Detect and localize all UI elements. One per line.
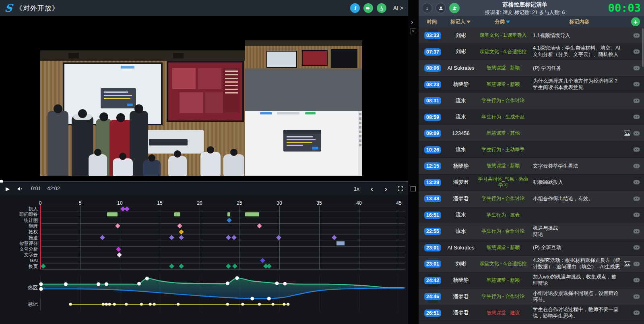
timeline-event[interactable] xyxy=(174,212,181,216)
comment-icon[interactable] xyxy=(633,147,640,152)
add-mark-button[interactable]: + xyxy=(631,17,640,26)
mark-row[interactable]: 08:59流水学生行为 - 生成作品 xyxy=(419,109,644,126)
time-badge[interactable]: 24:46 xyxy=(424,293,441,300)
ai-link[interactable]: AI > xyxy=(393,5,403,11)
time-badge[interactable]: 23:01 xyxy=(424,260,441,268)
time-badge[interactable]: 26:51 xyxy=(424,309,441,317)
timeline-event[interactable] xyxy=(336,241,341,245)
timeline-event[interactable] xyxy=(100,235,105,240)
comment-icon[interactable] xyxy=(633,212,640,217)
time-badge[interactable]: 24:42 xyxy=(424,277,441,284)
timeline-event[interactable] xyxy=(177,224,182,229)
timeline-event[interactable] xyxy=(124,206,130,212)
mark-row[interactable]: 08:31流水学生行为 - 合作讨论 xyxy=(419,93,644,109)
comment-icon[interactable] xyxy=(633,131,640,136)
mark-row[interactable]: 23:01刘彬课堂文化 - 4.合适把控4.2探究活动：根据材料选择正反方（统计… xyxy=(419,256,644,272)
close-icon[interactable]: ✕ xyxy=(410,28,416,34)
playhead[interactable] xyxy=(40,205,41,269)
timeline-event[interactable] xyxy=(276,235,281,240)
category-filter-icon[interactable] xyxy=(506,21,510,23)
time-badge[interactable]: 07:37 xyxy=(424,48,441,56)
timeline-event[interactable] xyxy=(245,212,260,216)
fullscreen-icon[interactable] xyxy=(398,186,403,191)
play-button[interactable]: ▶ xyxy=(6,186,10,192)
comment-icon[interactable] xyxy=(633,164,640,168)
timeline-event[interactable] xyxy=(117,252,122,258)
timeline-event[interactable] xyxy=(179,235,184,240)
timeline-event[interactable] xyxy=(227,218,232,223)
info-icon[interactable]: i xyxy=(350,3,360,13)
comment-icon[interactable] xyxy=(633,310,640,315)
mark-row[interactable]: 09:09123456智慧课堂 - 其他 xyxy=(419,125,644,142)
time-badge[interactable]: 03:33 xyxy=(424,32,441,39)
comment-icon[interactable] xyxy=(633,33,640,38)
time-badge[interactable]: 23:01 xyxy=(424,244,441,251)
time-badge[interactable]: 22:55 xyxy=(424,228,441,235)
speed-button[interactable]: 1x xyxy=(354,186,359,192)
comment-icon[interactable] xyxy=(633,278,640,282)
comment-icon[interactable] xyxy=(633,180,640,185)
scrollbar-thumb[interactable] xyxy=(642,28,644,67)
mark-row[interactable]: 26:51潘梦君智慧课堂 - 建议学生在合作讨论过程中，教师不要一直说，影响学生… xyxy=(419,305,644,322)
timeline-event[interactable] xyxy=(266,264,272,269)
timeline-event[interactable] xyxy=(226,264,231,269)
collapse-chevron-icon[interactable]: › xyxy=(411,19,413,26)
timeline-event[interactable] xyxy=(232,264,237,269)
timeline-event[interactable] xyxy=(332,235,337,240)
timeline-event[interactable] xyxy=(226,235,231,240)
expand-icon[interactable] xyxy=(411,186,416,191)
timeline-event[interactable] xyxy=(169,264,174,269)
timeline-event[interactable] xyxy=(115,224,120,229)
time-badge[interactable]: 16:51 xyxy=(424,212,441,219)
time-badge[interactable]: 08:31 xyxy=(424,97,441,104)
mark-row[interactable]: 22:55流水学生行为 - 合作讨论机遇与挑战 辩论 xyxy=(419,223,644,240)
comment-icon[interactable] xyxy=(633,49,640,54)
prev-icon[interactable]: ‹ xyxy=(371,185,374,193)
column-marker[interactable]: 标记人 xyxy=(445,19,476,25)
download-icon[interactable]: ↓ xyxy=(422,3,432,13)
mark-row[interactable]: 08:23杨晓静智慧课堂 - 新颖为什么选择这几个地方作为经济特区？学生阅读书本… xyxy=(419,77,644,93)
mark-row[interactable]: 13:48潘梦君学生行为 - 合作讨论小组合作得出结论，有效。 xyxy=(419,191,644,207)
mark-row[interactable]: 23:01AI Sokrates智慧课堂 - 新颖(P) 全班互动 xyxy=(419,240,644,256)
time-badge[interactable]: 08:06 xyxy=(424,64,441,72)
marker-filter-icon[interactable] xyxy=(466,21,471,23)
mark-row[interactable]: 13:29潘梦君学习共同体_气氛 - 热衷学习积极踊跃投入 xyxy=(419,174,644,191)
comment-icon[interactable] xyxy=(633,114,640,119)
time-badge[interactable]: 13:48 xyxy=(424,195,441,202)
mark-row[interactable]: 24:42杨晓静智慧课堂 - 新颖加入wto的机遇与挑战，收集观点，整理辩论 xyxy=(419,272,644,289)
mark-row[interactable]: 07:37刘彬课堂文化 - 4.合适把控4.1探究活动：学生自读材料、填空、AI… xyxy=(419,44,644,60)
mark-row[interactable]: 03:33刘彬课堂文化 - 1.课堂导入1.1视频情境导入 xyxy=(419,27,644,44)
mark-row[interactable]: 16:51流水学生行为 - 发表 xyxy=(419,207,644,224)
mark-row[interactable]: 24:46潘梦君学生行为 - 合作讨论小组讨论投票选择不同观点，设置辩论环节。 xyxy=(419,289,644,305)
comment-icon[interactable] xyxy=(633,82,640,87)
video-feed-classroom-back[interactable] xyxy=(245,40,362,176)
comment-icon[interactable] xyxy=(633,245,640,250)
comment-icon[interactable] xyxy=(633,66,640,71)
mark-row[interactable]: 12:15杨晓静智慧课堂 - 新颖文字云荟萃学生看法 xyxy=(419,158,644,174)
timeline-event[interactable] xyxy=(257,224,262,229)
volume-icon[interactable] xyxy=(17,186,23,192)
timeline-event[interactable] xyxy=(341,241,345,245)
camera-icon[interactable] xyxy=(363,3,373,13)
timeline-event[interactable] xyxy=(179,229,184,235)
time-badge[interactable]: 12:15 xyxy=(424,162,441,170)
time-badge[interactable]: 10:26 xyxy=(424,146,441,154)
comment-icon[interactable] xyxy=(633,262,640,266)
image-attachment-icon[interactable] xyxy=(624,261,630,266)
next-icon[interactable]: › xyxy=(384,185,387,193)
timeline-event[interactable] xyxy=(107,212,118,216)
time-badge[interactable]: 09:09 xyxy=(424,130,441,137)
time-badge[interactable]: 08:59 xyxy=(424,114,441,121)
timeline-event[interactable] xyxy=(260,258,265,263)
column-category[interactable]: 分类 xyxy=(476,19,529,25)
mark-row[interactable]: 10:26流水学生行为 - 主动举手 xyxy=(419,142,644,158)
timeline-event[interactable] xyxy=(41,264,46,269)
time-badge[interactable]: 08:23 xyxy=(424,81,441,88)
timeline-event[interactable] xyxy=(179,264,184,269)
comment-icon[interactable] xyxy=(633,294,640,299)
share-icon[interactable] xyxy=(377,3,386,13)
timeline-event[interactable] xyxy=(231,235,237,240)
timeline-event[interactable] xyxy=(227,212,230,216)
mark-row[interactable]: 08:06AI Sokrates智慧课堂 - 新颖(P) 学习任务 xyxy=(419,60,644,77)
comment-icon[interactable] xyxy=(633,196,640,201)
